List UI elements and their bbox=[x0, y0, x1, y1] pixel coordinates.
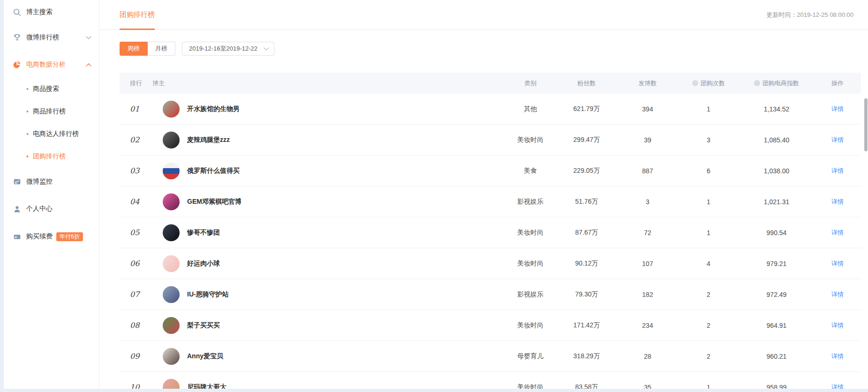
blogger-name[interactable]: 惨哥不惨团 bbox=[187, 229, 220, 237]
action-cell: 详情 bbox=[814, 352, 861, 361]
horizontal-scrollbar-track[interactable] bbox=[0, 389, 868, 392]
sidebar-item-weibo-monitor[interactable]: 微博监控 bbox=[4, 174, 99, 189]
search-icon bbox=[12, 7, 22, 17]
avatar[interactable] bbox=[163, 286, 180, 303]
detail-link[interactable]: 详情 bbox=[831, 198, 844, 206]
rank-cell: 04 bbox=[120, 197, 152, 206]
avatar[interactable] bbox=[163, 132, 180, 148]
posts-cell: 72 bbox=[617, 229, 678, 237]
action-cell: 详情 bbox=[814, 198, 861, 206]
detail-link[interactable]: 详情 bbox=[831, 352, 844, 361]
rank-cell: 01 bbox=[120, 104, 152, 113]
groupbuy-index-cell: 1,038.00 bbox=[739, 167, 814, 175]
tab-week-rank[interactable]: 周榜 bbox=[120, 42, 148, 56]
detail-link[interactable]: 详情 bbox=[831, 136, 844, 144]
blogger-name[interactable]: 麦辣鸡腿堡zzz bbox=[187, 136, 230, 144]
action-cell: 详情 bbox=[814, 167, 861, 175]
table-body: 01 开水族馆的生物男 其他 621.79万 394 1 1,134.52 详情… bbox=[120, 94, 861, 392]
rank-number: 09 bbox=[130, 352, 139, 361]
sidebar-item-personal-center[interactable]: 个人中心 bbox=[4, 201, 99, 216]
detail-link[interactable]: 详情 bbox=[831, 290, 844, 299]
table-row: 08 梨子买买买 美妆时尚 171.42万 234 2 964.91 详情 bbox=[120, 310, 861, 341]
action-cell: 详情 bbox=[814, 321, 861, 330]
sidebar-item-label: 微博排行榜 bbox=[26, 33, 59, 42]
sidebar-subitem-groupbuy-ranking[interactable]: • 团购排行榜 bbox=[4, 149, 99, 164]
blogger-cell: Anny爱宝贝 bbox=[152, 348, 505, 365]
posts-cell: 887 bbox=[617, 167, 678, 175]
avatar[interactable] bbox=[163, 317, 180, 334]
blogger-name[interactable]: IU-恩骑守护站 bbox=[187, 290, 229, 299]
sidebar-subitem-ecommerce-talent-ranking[interactable]: • 电商达人排行榜 bbox=[4, 126, 99, 141]
info-icon[interactable] bbox=[692, 80, 698, 86]
avatar[interactable] bbox=[163, 224, 180, 241]
sidebar: 博主搜索 微博排行榜 电商数据分析 • 商品搜索 • 商品排行榜 • 电商达人排… bbox=[4, 0, 99, 392]
groupbuy-index-cell: 1,021.31 bbox=[739, 198, 814, 206]
posts-cell: 182 bbox=[617, 291, 678, 298]
sidebar-item-blogger-search[interactable]: 博主搜索 bbox=[4, 5, 99, 20]
blogger-name[interactable]: Anny爱宝贝 bbox=[187, 352, 223, 361]
credit-card-icon bbox=[12, 232, 22, 241]
groupbuy-count-cell: 2 bbox=[678, 291, 739, 298]
posts-cell: 39 bbox=[617, 136, 678, 144]
rank-cell: 09 bbox=[120, 352, 152, 361]
vertical-scrollbar-thumb[interactable] bbox=[864, 98, 868, 151]
rank-number: 04 bbox=[130, 197, 139, 206]
blogger-name[interactable]: 梨子买买买 bbox=[187, 321, 220, 330]
table-row: 02 麦辣鸡腿堡zzz 美妆时尚 299.47万 39 3 1,085.40 详… bbox=[120, 125, 861, 155]
blogger-cell: 开水族馆的生物男 bbox=[152, 101, 505, 118]
action-cell: 详情 bbox=[814, 259, 861, 268]
column-header-category: 类别 bbox=[505, 79, 556, 88]
detail-link[interactable]: 详情 bbox=[831, 321, 844, 330]
sidebar-item-purchase-renewal[interactable]: 购买续费 年付6折 bbox=[4, 229, 99, 244]
sidebar-subitem-label: 团购排行榜 bbox=[33, 152, 66, 161]
avatar[interactable] bbox=[163, 255, 180, 272]
fans-cell: 621.79万 bbox=[556, 105, 617, 113]
table-row: 07 IU-恩骑守护站 影视娱乐 79.30万 182 2 972.49 详情 bbox=[120, 279, 861, 310]
blogger-name[interactable]: 开水族馆的生物男 bbox=[187, 105, 240, 113]
groupbuy-count-cell: 6 bbox=[678, 167, 739, 175]
detail-link[interactable]: 详情 bbox=[831, 229, 844, 237]
info-icon[interactable] bbox=[754, 80, 760, 86]
column-header-label: 团购电商指数 bbox=[762, 79, 799, 88]
sidebar-item-label: 微博监控 bbox=[26, 178, 53, 186]
avatar[interactable] bbox=[163, 348, 180, 365]
category-cell: 其他 bbox=[505, 105, 556, 113]
avatar[interactable] bbox=[163, 193, 180, 210]
page-title-tab[interactable]: 团购排行榜 bbox=[120, 0, 155, 30]
bullet-icon: • bbox=[26, 130, 29, 138]
sidebar-item-label: 个人中心 bbox=[26, 205, 53, 213]
fans-cell: 87.67万 bbox=[556, 229, 617, 237]
detail-link[interactable]: 详情 bbox=[831, 259, 844, 268]
blogger-name[interactable]: 好运肉小球 bbox=[187, 259, 220, 268]
action-cell: 详情 bbox=[814, 136, 861, 144]
blogger-name[interactable]: GEM邓紫棋吧官博 bbox=[187, 198, 242, 206]
fans-cell: 51.76万 bbox=[556, 198, 617, 206]
column-header-groupbuy-index: 团购电商指数 bbox=[739, 79, 814, 88]
rank-number: 08 bbox=[130, 321, 139, 330]
groupbuy-count-cell: 1 bbox=[678, 229, 739, 237]
category-cell: 母婴育儿 bbox=[505, 352, 556, 361]
groupbuy-count-cell: 4 bbox=[678, 260, 739, 267]
groupbuy-index-cell: 979.21 bbox=[739, 260, 814, 267]
date-range-select[interactable]: 2019-12-16至2019-12-22 bbox=[182, 42, 274, 56]
category-cell: 美食 bbox=[505, 167, 556, 175]
groupbuy-index-cell: 1,134.52 bbox=[739, 105, 814, 113]
sidebar-item-weibo-ranking[interactable]: 微博排行榜 bbox=[4, 30, 99, 45]
blogger-name[interactable]: 俄罗斯什么值得买 bbox=[187, 167, 240, 175]
tab-month-rank[interactable]: 月榜 bbox=[148, 42, 175, 56]
avatar[interactable] bbox=[163, 163, 180, 179]
fans-cell: 79.30万 bbox=[556, 290, 617, 299]
filter-row: 周榜 月榜 2019-12-16至2019-12-22 bbox=[120, 42, 868, 56]
sidebar-item-ecommerce-analysis[interactable]: 电商数据分析 bbox=[4, 57, 99, 72]
sidebar-subitem-product-search[interactable]: • 商品搜索 bbox=[4, 81, 99, 96]
rank-cell: 03 bbox=[120, 166, 152, 175]
sidebar-subitem-product-ranking[interactable]: • 商品排行榜 bbox=[4, 104, 99, 119]
detail-link[interactable]: 详情 bbox=[831, 105, 844, 113]
column-header-posts: 发博数 bbox=[617, 79, 678, 88]
avatar[interactable] bbox=[163, 101, 180, 118]
posts-cell: 3 bbox=[617, 198, 678, 206]
chevron-down-icon bbox=[264, 47, 269, 51]
sidebar-subitem-label: 商品排行榜 bbox=[33, 107, 66, 116]
detail-link[interactable]: 详情 bbox=[831, 167, 844, 175]
category-cell: 美妆时尚 bbox=[505, 136, 556, 144]
